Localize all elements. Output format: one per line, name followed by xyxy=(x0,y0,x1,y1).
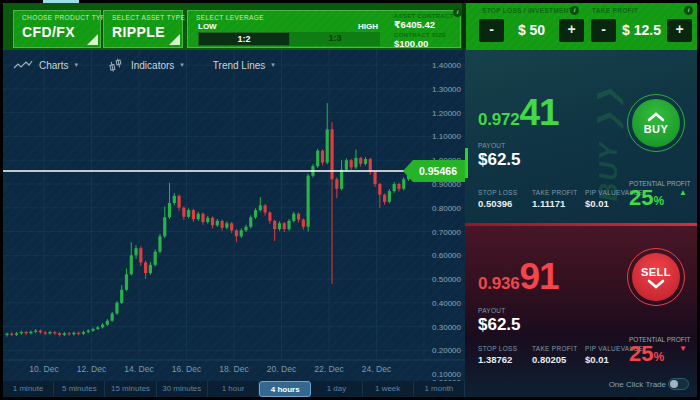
date-tick-label: 14. Dec xyxy=(124,364,153,374)
indicators-menu-label: Indicators xyxy=(131,60,174,71)
price-tick-label: 1.20000 xyxy=(432,109,461,118)
one-click-trade-toggle[interactable] xyxy=(668,378,689,390)
charts-menu[interactable]: Charts ▾ xyxy=(13,59,78,71)
take-profit-label: TAKE PROFIT xyxy=(592,7,638,14)
buy-price-small: 0.972 xyxy=(478,110,520,130)
toggle-knob xyxy=(670,380,678,388)
timeframe-1-minute[interactable]: 1 minute xyxy=(3,381,54,397)
take-profit-decrease-button[interactable]: - xyxy=(591,19,616,42)
charts-menu-label: Charts xyxy=(39,60,68,71)
timeframe-bar: 1 minute5 minutes15 minutes30 minutes1 h… xyxy=(3,381,465,397)
buy-stop-loss-value: 0.50396 xyxy=(478,198,512,209)
date-tick-label: 10. Dec xyxy=(29,364,58,374)
timeframe-1-week[interactable]: 1 week xyxy=(363,381,414,397)
price-tick-label: 0.20000 xyxy=(432,346,461,355)
sell-button[interactable]: SELL xyxy=(627,248,685,306)
leverage-low-label: LOW xyxy=(198,22,217,31)
sell-potential-profit-value: 25% xyxy=(629,341,664,367)
price-tick-label: 1.10000 xyxy=(432,132,461,141)
sell-price: 0.93691 xyxy=(478,262,559,294)
indicators-menu[interactable]: Indicators ▾ xyxy=(107,58,184,72)
asset-type-dropdown[interactable]: SELECT ASSET TYPE RIPPLE xyxy=(103,10,183,48)
buy-take-profit-value: 1.11171 xyxy=(532,198,565,209)
timeframe-4-hours[interactable]: 4 hours xyxy=(259,381,311,397)
info-icon[interactable]: i xyxy=(570,6,579,15)
price-level-strip xyxy=(465,148,468,178)
take-profit-increase-button[interactable]: + xyxy=(667,19,692,42)
date-tick-label: 24. Dec xyxy=(362,364,391,374)
sell-price-big: 91 xyxy=(520,262,559,292)
chevron-down-icon: ▾ xyxy=(271,61,275,69)
chart-area: Charts ▾ Indicators ▾ Trend Lines ▾ 1.40… xyxy=(3,50,465,397)
asset-type-value: RIPPLE xyxy=(112,24,165,40)
buy-button-label: BUY xyxy=(644,123,669,135)
product-type-dropdown[interactable]: CHOOSE PRODUCT TYPE CFD/FX xyxy=(13,10,101,48)
price-tick-label: 0.40000 xyxy=(432,299,461,308)
dropdown-corner-icon xyxy=(169,34,180,45)
dropdown-corner-icon xyxy=(87,34,98,45)
leverage-high-label: HIGH xyxy=(358,22,378,31)
timeframe-1-day[interactable]: 1 day xyxy=(311,381,362,397)
trend-lines-menu-label: Trend Lines xyxy=(213,60,265,71)
stop-loss-investment-label: STOP LOSS / INVESTMENT xyxy=(482,7,573,14)
buy-stop-loss-label: STOP LOSS xyxy=(478,189,517,196)
sell-potential-profit-number: 25 xyxy=(629,341,653,366)
order-settings-panel: STOP LOSS / INVESTMENT i - $ 50 + TAKE P… xyxy=(466,3,697,50)
timeframe-1-hour[interactable]: 1 hour xyxy=(208,381,259,397)
sell-payout-label: PAYOUT xyxy=(478,307,506,314)
timeframe-5-minutes[interactable]: 5 minutes xyxy=(54,381,105,397)
top-bar: CHOOSE PRODUCT TYPE CFD/FX SELECT ASSET … xyxy=(3,3,697,50)
info-icon[interactable]: i xyxy=(684,6,693,15)
product-type-value: CFD/FX xyxy=(22,24,75,40)
asset-type-label: SELECT ASSET TYPE xyxy=(112,14,185,21)
sell-price-small: 0.936 xyxy=(478,274,520,294)
trend-lines-menu[interactable]: Trend Lines ▾ xyxy=(213,60,275,71)
candlestick-chart xyxy=(3,50,465,397)
top-accent-bar xyxy=(43,0,79,3)
sell-payout-value: $62.5 xyxy=(478,315,521,335)
sell-take-profit-label: TAKE PROFIT xyxy=(532,345,577,352)
product-type-label: CHOOSE PRODUCT TYPE xyxy=(22,14,110,21)
buy-potential-profit-value: 25% xyxy=(629,185,664,211)
info-icon[interactable]: i xyxy=(453,8,462,17)
timeframe-30-minutes[interactable]: 30 minutes xyxy=(157,381,208,397)
leverage-panel: SELECT LEVERAGE LOW HIGH 1:2 1:3 ASSET C… xyxy=(187,10,461,48)
contract-size-value: $100.00 xyxy=(394,39,460,49)
date-tick-label: 12. Dec xyxy=(77,364,106,374)
price-tick-label: 0.80000 xyxy=(432,204,461,213)
trade-panel: BUY ❯❯ 0.97241 BUY PAYOUT $62.5 STOP LOS… xyxy=(465,50,697,397)
leverage-option-1-2[interactable]: 1:2 xyxy=(198,32,290,46)
date-tick-label: 18. Dec xyxy=(219,364,248,374)
timeframe-15-minutes[interactable]: 15 minutes xyxy=(105,381,156,397)
investment-value: $ 50 xyxy=(506,22,557,38)
percent-sign: % xyxy=(653,350,664,364)
one-click-trade-label: One Click Trade xyxy=(609,380,666,389)
buy-payout-value: $62.5 xyxy=(478,150,521,170)
line-chart-icon xyxy=(13,59,33,71)
buy-price-big: 41 xyxy=(520,98,559,128)
chart-toolbar: Charts ▾ Indicators ▾ Trend Lines ▾ xyxy=(13,56,297,74)
timeframe-1-month[interactable]: 1 month xyxy=(414,381,465,397)
take-profit-value: $ 12.5 xyxy=(618,22,665,38)
leverage-option-1-3[interactable]: 1:3 xyxy=(290,32,380,46)
chevron-down-icon: ▾ xyxy=(180,61,184,69)
buy-price: 0.97241 xyxy=(478,98,559,130)
investment-decrease-button[interactable]: - xyxy=(479,19,504,42)
date-tick-label: 20. Dec xyxy=(267,364,296,374)
date-tick-label: 22. Dec xyxy=(314,364,343,374)
investment-increase-button[interactable]: + xyxy=(559,19,584,42)
chevron-up-icon xyxy=(647,112,665,122)
sell-stop-loss-label: STOP LOSS xyxy=(478,345,517,352)
candlestick-icon xyxy=(106,56,127,73)
triangle-down-icon: ▼ xyxy=(679,344,687,353)
buy-button[interactable]: BUY xyxy=(627,94,685,152)
buy-payout-label: PAYOUT xyxy=(478,142,506,149)
buy-ghost-text: BUY ❯❯ xyxy=(593,84,624,201)
price-tick-label: 0.60000 xyxy=(432,251,461,260)
price-tick-label: 1.40000 xyxy=(432,61,461,70)
buy-take-profit-label: TAKE PROFIT xyxy=(532,189,577,196)
percent-sign: % xyxy=(653,194,664,208)
sell-button-label: SELL xyxy=(641,266,671,278)
sell-stop-loss-value: 1.38762 xyxy=(478,354,512,365)
price-tick-label: 0.30000 xyxy=(432,323,461,332)
